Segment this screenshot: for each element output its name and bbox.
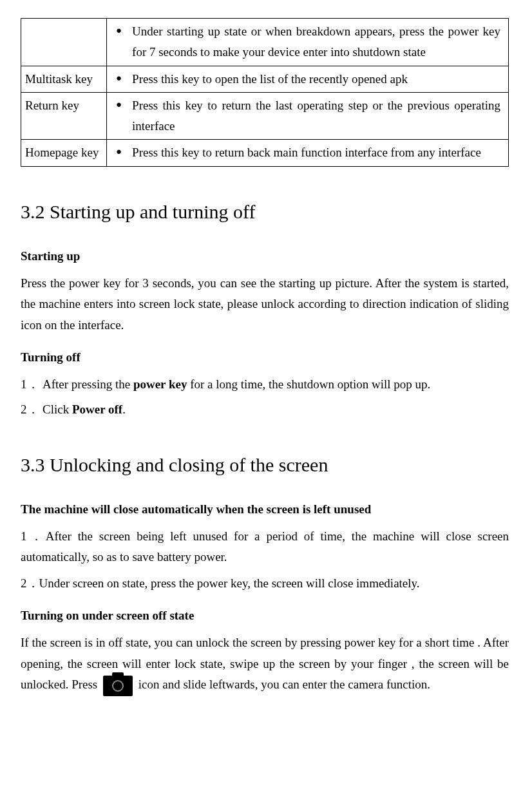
list-item: 2． Click Power off.: [21, 399, 509, 420]
cell-content: ● Press this key to return the last oper…: [107, 92, 509, 140]
table-row: Multitask key ● Press this key to open t…: [21, 66, 509, 92]
table-row: Return key ● Press this key to return th…: [21, 92, 509, 140]
list-text: After pressing the power key for a long …: [43, 374, 509, 395]
keys-table: ● Under starting up state or when breakd…: [21, 18, 509, 167]
cell-content: ● Under starting up state or when breakd…: [107, 19, 509, 66]
cell-content: ● Press this key to open the list of the…: [107, 66, 509, 92]
paragraph: 1．After the screen being left unused for…: [21, 526, 509, 568]
numbered-list: 1． After pressing the power key for a lo…: [21, 374, 509, 420]
list-number: 2．: [21, 576, 39, 590]
cell-label: [21, 19, 107, 66]
subheading-auto-close: The machine will close automatically whe…: [21, 499, 509, 520]
table-row: ● Under starting up state or when breakd…: [21, 19, 509, 66]
bullet-icon: ●: [107, 95, 132, 114]
list-number: 1．: [21, 374, 43, 395]
subheading-turning-on: Turning on under screen off state: [21, 605, 509, 626]
subheading-starting-up: Starting up: [21, 246, 509, 267]
paragraph: 2．Under screen on state, press the power…: [21, 573, 509, 594]
table-row: Homepage key ● Press this key to return …: [21, 140, 509, 166]
bullet-icon: ●: [107, 69, 132, 88]
cell-label: Homepage key: [21, 140, 107, 166]
bullet-icon: ●: [107, 142, 132, 161]
paragraph: Press the power key for 3 seconds, you c…: [21, 273, 509, 336]
paragraph: If the screen is in off state, you can u…: [21, 632, 509, 696]
cell-text: Under starting up state or when breakdow…: [132, 21, 504, 63]
bullet-icon: ●: [107, 21, 132, 40]
cell-text: Press this key to return the last operat…: [132, 95, 504, 137]
cell-label: Return key: [21, 92, 107, 140]
section-heading-3-3: 3.3 Unlocking and closing of the screen: [21, 448, 509, 481]
subheading-turning-off: Turning off: [21, 347, 509, 368]
cell-text: Press this key to return back main funct…: [132, 142, 504, 163]
camera-icon: [103, 676, 133, 696]
list-text: Click Power off.: [43, 399, 509, 420]
section-heading-3-2: 3.2 Starting up and turning off: [21, 195, 509, 228]
list-number: 2．: [21, 399, 43, 420]
cell-content: ● Press this key to return back main fun…: [107, 140, 509, 166]
cell-text: Press this key to open the list of the r…: [132, 69, 504, 90]
cell-label: Multitask key: [21, 66, 107, 92]
list-number: 1．: [21, 529, 46, 543]
list-item: 1． After pressing the power key for a lo…: [21, 374, 509, 395]
